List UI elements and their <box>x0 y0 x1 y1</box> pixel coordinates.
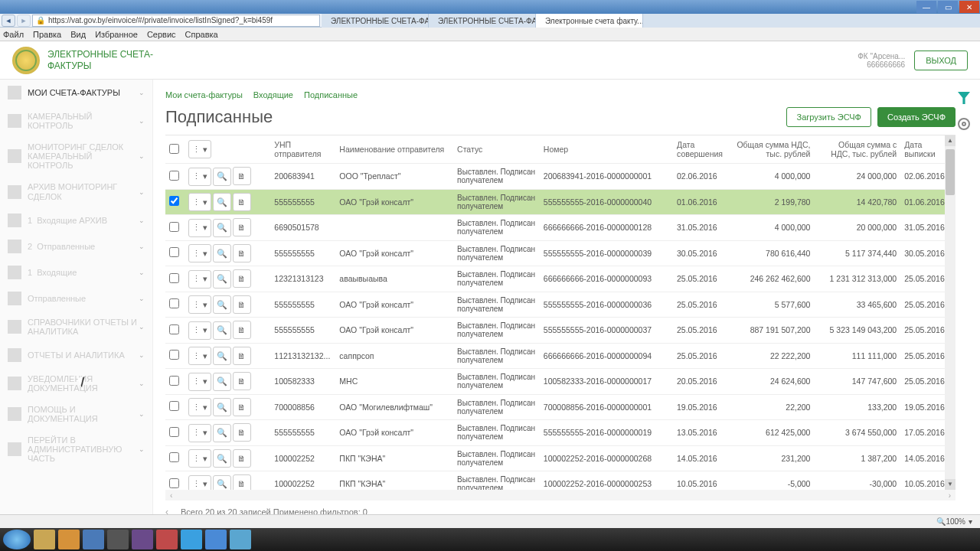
view-icon[interactable]: 🔍 <box>213 321 231 340</box>
row-action-dropdown[interactable]: ⋮ ▾ <box>188 347 211 365</box>
browser-tab[interactable]: ЭЛЕКТРОННЫЕ СЧЕТА-ФАКТ... <box>322 14 429 28</box>
sidebar-item[interactable]: АРХИВ МОНИТОРИНГ СДЕЛОК⌄ <box>0 176 152 207</box>
view-icon[interactable]: 🔍 <box>213 295 231 314</box>
menu-item[interactable]: Справка <box>185 30 218 39</box>
column-header[interactable]: Общая сумма НДС, тыс. рублей <box>728 135 815 164</box>
row-checkbox[interactable] <box>169 401 179 411</box>
row-checkbox[interactable] <box>169 247 179 257</box>
sidebar-item[interactable]: МОИ СЧЕТА-ФАКТУРЫ⌄ <box>0 80 152 106</box>
maximize-button[interactable]: ▭ <box>938 1 958 13</box>
taskbar-item[interactable] <box>83 530 104 549</box>
row-checkbox[interactable] <box>169 324 179 334</box>
document-icon[interactable]: 🗎 <box>233 474 251 490</box>
table-row[interactable]: ⋮ ▾🔍🗎555555555ОАО "Грэй консалт"Выставле… <box>165 420 956 446</box>
sidebar-item[interactable]: МОНИТОРИНГ СДЕЛОК КАМЕРАЛЬНЫЙ КОНТРОЛЬ⌄ <box>0 136 152 176</box>
horizontal-scrollbar[interactable]: ‹› <box>165 490 956 500</box>
sidebar-item[interactable]: СПРАВОЧНИКИ ОТЧЕТЫ И АНАЛИТИКА⌄ <box>0 311 152 342</box>
vertical-scrollbar[interactable]: ▲ ▼ <box>945 135 956 490</box>
view-icon[interactable]: 🔍 <box>213 347 231 365</box>
row-checkbox[interactable] <box>169 427 179 437</box>
column-header[interactable]: Номер <box>540 135 673 164</box>
breadcrumb-item[interactable]: Подписанные <box>304 90 358 99</box>
view-icon[interactable]: 🔍 <box>213 219 231 237</box>
document-icon[interactable]: 🗎 <box>233 295 251 314</box>
sidebar-item[interactable]: ПЕРЕЙТИ В АДМИНИСТРАТИВНУЮ ЧАСТЬ⌄ <box>0 429 152 469</box>
menu-item[interactable]: Избранное <box>95 30 138 39</box>
view-icon[interactable]: 🔍 <box>213 424 231 442</box>
row-action-dropdown[interactable]: ⋮ ▾ <box>188 219 211 237</box>
close-button[interactable]: ✕ <box>959 1 979 13</box>
taskbar-item[interactable] <box>34 530 55 549</box>
bulk-action-dropdown[interactable]: ⋮ ▾ <box>188 140 211 158</box>
sidebar-item[interactable]: КАМЕРАЛЬНЫЙ КОНТРОЛЬ⌄ <box>0 106 152 136</box>
table-row[interactable]: ⋮ ▾🔍🗎11213132132...саппрсопВыставлен. По… <box>165 343 956 369</box>
table-row[interactable]: ⋮ ▾🔍🗎200683941ООО "Трепласт"Выставлен. П… <box>165 164 956 190</box>
sidebar-item[interactable]: ПОМОЩЬ И ДОКУМЕНТАЦИЯ⌄ <box>0 399 152 429</box>
document-icon[interactable]: 🗎 <box>233 372 251 390</box>
table-row[interactable]: ⋮ ▾🔍🗎555555555ОАО "Грэй консалт"Выставле… <box>165 292 956 318</box>
column-header[interactable]: УНП отправителя <box>270 135 335 164</box>
start-button[interactable] <box>3 530 31 549</box>
document-icon[interactable]: 🗎 <box>233 398 251 416</box>
row-checkbox[interactable] <box>169 350 179 360</box>
column-header[interactable]: Статус <box>453 135 540 164</box>
document-icon[interactable]: 🗎 <box>233 218 251 236</box>
row-checkbox[interactable] <box>169 298 179 308</box>
view-icon[interactable]: 🔍 <box>213 398 231 416</box>
row-checkbox[interactable] <box>169 452 179 462</box>
table-row[interactable]: ⋮ ▾🔍🗎6690501578Выставлен. Подписан получ… <box>165 215 956 241</box>
view-icon[interactable]: 🔍 <box>213 168 231 186</box>
view-icon[interactable]: 🔍 <box>213 193 231 211</box>
menu-item[interactable]: Сервис <box>147 30 176 39</box>
row-checkbox[interactable] <box>169 273 179 283</box>
sidebar-item[interactable]: УВЕДОМЛЕНИЯ ДОКУМЕНТАЦИЯ⌄ <box>0 368 152 399</box>
sidebar-item[interactable]: ОТЧЕТЫ И АНАЛИТИКА⌄ <box>0 342 152 368</box>
row-action-dropdown[interactable]: ⋮ ▾ <box>188 321 211 340</box>
document-icon[interactable]: 🗎 <box>233 193 251 211</box>
table-row[interactable]: ⋮ ▾🔍🗎555555555ОАО "Грэй консалт"Выставле… <box>165 318 956 344</box>
view-icon[interactable]: 🔍 <box>213 475 231 491</box>
row-action-dropdown[interactable]: ⋮ ▾ <box>188 475 211 491</box>
row-checkbox[interactable] <box>169 376 179 386</box>
document-icon[interactable]: 🗎 <box>233 244 251 262</box>
row-action-dropdown[interactable]: ⋮ ▾ <box>188 398 211 416</box>
create-button[interactable]: Создать ЭСЧФ <box>877 107 956 127</box>
document-icon[interactable]: 🗎 <box>233 167 251 185</box>
row-action-dropdown[interactable]: ⋮ ▾ <box>188 168 211 186</box>
column-header[interactable]: Дата совершения <box>673 135 728 164</box>
sidebar-item[interactable]: 2Отправленные⌄ <box>0 233 152 259</box>
view-icon[interactable]: 🔍 <box>213 244 231 262</box>
row-action-dropdown[interactable]: ⋮ ▾ <box>188 244 211 262</box>
document-icon[interactable]: 🗎 <box>233 423 251 442</box>
taskbar-item[interactable] <box>230 530 251 549</box>
table-row[interactable]: ⋮ ▾🔍🗎100002252ПКП "КЭНА"Выставлен. Подпи… <box>165 445 956 471</box>
document-icon[interactable]: 🗎 <box>233 449 251 468</box>
settings-icon[interactable] <box>958 118 970 130</box>
column-header[interactable]: ⋮ ▾ <box>185 135 271 164</box>
row-action-dropdown[interactable]: ⋮ ▾ <box>188 373 211 391</box>
upload-button[interactable]: Загрузить ЭСЧФ <box>786 107 871 127</box>
row-checkbox[interactable] <box>169 171 179 181</box>
column-header[interactable]: Наименование отправителя <box>335 135 453 164</box>
document-icon[interactable]: 🗎 <box>233 347 251 365</box>
row-action-dropdown[interactable]: ⋮ ▾ <box>188 270 211 289</box>
address-bar[interactable]: 🔒https://vat.gov.by/einvoice/#/private/i… <box>32 15 320 27</box>
taskbar-item[interactable] <box>156 530 178 549</box>
logout-button[interactable]: ВЫХОД <box>914 51 968 70</box>
row-action-dropdown[interactable]: ⋮ ▾ <box>188 424 211 442</box>
taskbar-item[interactable] <box>181 530 202 549</box>
view-icon[interactable]: 🔍 <box>213 449 231 468</box>
sidebar-item[interactable]: 1Входящие АРХИВ⌄ <box>0 207 152 233</box>
column-header[interactable]: Общая сумма с НДС, тыс. рублей <box>814 135 900 164</box>
row-action-dropdown[interactable]: ⋮ ▾ <box>188 449 211 468</box>
sidebar-item[interactable]: 1Входящие⌄ <box>0 259 152 285</box>
filter-icon[interactable] <box>958 92 970 104</box>
table-row[interactable]: ⋮ ▾🔍🗎12321313123аваывыаываВыставлен. Под… <box>165 266 956 292</box>
column-header[interactable] <box>165 135 185 164</box>
breadcrumb-item[interactable]: Мои счета-фактуры <box>165 90 243 99</box>
sidebar-item[interactable]: Отправленные⌄ <box>0 285 152 311</box>
breadcrumb-item[interactable]: Входящие <box>253 90 293 99</box>
menu-item[interactable]: Вид <box>70 30 86 39</box>
table-row[interactable]: ⋮ ▾🔍🗎100582333МНСВыставлен. Подписан пол… <box>165 369 956 395</box>
row-checkbox[interactable] <box>169 196 179 206</box>
